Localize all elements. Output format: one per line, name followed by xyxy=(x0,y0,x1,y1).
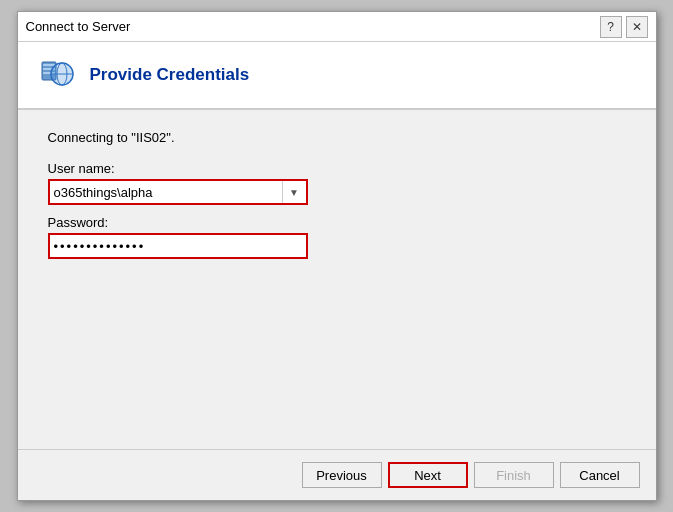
title-bar-controls: ? ✕ xyxy=(600,16,648,38)
connect-to-server-window: Connect to Server ? ✕ Provide Credential… xyxy=(17,11,657,501)
title-bar-left: Connect to Server xyxy=(26,19,131,34)
footer-area: Previous Next Finish Cancel xyxy=(18,449,656,500)
finish-button[interactable]: Finish xyxy=(474,462,554,488)
close-button[interactable]: ✕ xyxy=(626,16,648,38)
help-button[interactable]: ? xyxy=(600,16,622,38)
previous-button[interactable]: Previous xyxy=(302,462,382,488)
password-group: Password: xyxy=(48,215,626,259)
next-button[interactable]: Next xyxy=(388,462,468,488)
header-area: Provide Credentials xyxy=(18,42,656,110)
username-group: User name: ▼ xyxy=(48,161,626,205)
password-input-wrapper xyxy=(48,233,308,259)
username-input[interactable] xyxy=(50,181,282,203)
password-input[interactable] xyxy=(50,235,306,257)
svg-rect-1 xyxy=(43,64,55,66)
password-label: Password: xyxy=(48,215,626,230)
connecting-text: Connecting to "IIS02". xyxy=(48,130,626,145)
username-input-wrapper: ▼ xyxy=(48,179,308,205)
svg-point-7 xyxy=(51,63,73,85)
header-title: Provide Credentials xyxy=(90,65,250,85)
globe-icon xyxy=(34,54,76,96)
content-area: Connecting to "IIS02". User name: ▼ Pass… xyxy=(18,110,656,449)
username-label: User name: xyxy=(48,161,626,176)
username-dropdown-arrow[interactable]: ▼ xyxy=(282,181,306,203)
cancel-button[interactable]: Cancel xyxy=(560,462,640,488)
window-title: Connect to Server xyxy=(26,19,131,34)
title-bar: Connect to Server ? ✕ xyxy=(18,12,656,42)
